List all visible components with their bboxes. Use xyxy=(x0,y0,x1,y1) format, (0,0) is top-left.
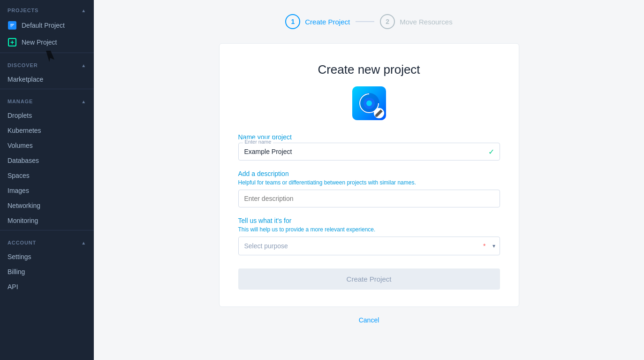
purpose-label: Tell us what it's for xyxy=(238,217,500,224)
project-logo[interactable] xyxy=(352,86,386,120)
purpose-section: Tell us what it's for This will help us … xyxy=(238,217,500,255)
name-label: Name your project xyxy=(238,133,500,141)
sidebar-section-manage[interactable]: MANAGE ▲ xyxy=(0,91,94,108)
sidebar-item-label: Spaces xyxy=(8,172,30,179)
name-input-floating-label: Enter name xyxy=(243,139,273,145)
sidebar-item-marketplace[interactable]: Marketplace xyxy=(0,72,94,87)
stepper: 1 Create Project 2 Move Resources xyxy=(285,14,452,29)
chevron-up-icon: ▲ xyxy=(81,240,86,245)
step-1-number: 1 xyxy=(291,18,295,25)
create-project-button[interactable]: Create Project xyxy=(238,268,500,290)
sidebar-section-discover-label: DISCOVER xyxy=(8,62,38,68)
sidebar-section-projects[interactable]: PROJECTS ▲ xyxy=(0,0,94,17)
svg-rect-3 xyxy=(10,26,12,27)
sidebar-item-billing[interactable]: Billing xyxy=(0,264,94,279)
step-1-circle: 1 xyxy=(285,14,300,29)
step-2-circle: 2 xyxy=(380,14,395,29)
svg-rect-1 xyxy=(10,24,14,25)
sidebar-item-label: Databases xyxy=(8,157,39,164)
description-label: Add a description xyxy=(238,170,500,177)
create-project-card: Create new project Name your project Ent… xyxy=(219,43,519,307)
sidebar-item-label: Volumes xyxy=(8,142,33,149)
sidebar-item-label: Networking xyxy=(8,202,40,209)
svg-point-6 xyxy=(366,100,372,106)
description-input-wrapper xyxy=(238,190,500,207)
chevron-up-icon: ▲ xyxy=(81,63,86,68)
description-section: Add a description Helpful for teams or d… xyxy=(238,170,500,207)
sidebar: PROJECTS ▲ Default Project + New Project… xyxy=(0,0,94,360)
sidebar-item-kubernetes[interactable]: Kubernetes xyxy=(0,123,94,138)
step-2-number: 2 xyxy=(386,18,389,25)
purpose-select-wrapper: Select purpose Class/Education Staging P… xyxy=(238,237,500,255)
sidebar-section-projects-label: PROJECTS xyxy=(8,8,38,13)
sidebar-item-networking[interactable]: Networking xyxy=(0,198,94,213)
sidebar-item-api[interactable]: API xyxy=(0,279,94,294)
chevron-up-icon: ▲ xyxy=(81,99,86,104)
sidebar-item-spaces[interactable]: Spaces xyxy=(0,168,94,183)
sidebar-section-account[interactable]: ACCOUNT ▲ xyxy=(0,232,94,249)
cancel-button[interactable]: Cancel xyxy=(359,316,379,324)
main-content: 1 Create Project 2 Move Resources Create… xyxy=(94,0,644,360)
name-input-wrapper: Enter name ✓ xyxy=(238,143,500,161)
description-sublabel: Helpful for teams or differentiating bet… xyxy=(238,179,500,186)
step-move-resources: 2 Move Resources xyxy=(380,14,453,29)
step-connector xyxy=(356,21,374,22)
sidebar-item-label: Billing xyxy=(8,268,25,276)
sidebar-section-discover[interactable]: DISCOVER ▲ xyxy=(0,55,94,72)
sidebar-item-label: Marketplace xyxy=(8,76,43,83)
sidebar-item-label: Images xyxy=(8,187,29,194)
sidebar-item-label: Kubernetes xyxy=(8,127,41,134)
svg-rect-2 xyxy=(10,25,13,26)
sidebar-item-label: New Project xyxy=(22,38,57,46)
sidebar-item-default-project[interactable]: Default Project xyxy=(0,17,94,34)
chevron-up-icon: ▲ xyxy=(81,8,86,13)
name-section: Name your project Enter name ✓ xyxy=(238,133,500,161)
sidebar-item-label: API xyxy=(8,283,18,291)
project-name-input[interactable] xyxy=(238,143,500,161)
project-icon xyxy=(8,21,17,30)
required-asterisk: * xyxy=(483,242,485,250)
sidebar-item-databases[interactable]: Databases xyxy=(0,153,94,168)
sidebar-item-monitoring[interactable]: Monitoring xyxy=(0,213,94,228)
sidebar-item-volumes[interactable]: Volumes xyxy=(0,138,94,153)
card-title: Create new project xyxy=(318,62,420,77)
step-2-label: Move Resources xyxy=(400,18,453,26)
project-description-input[interactable] xyxy=(238,190,500,207)
sidebar-section-account-label: ACCOUNT xyxy=(8,240,36,245)
sidebar-item-new-project[interactable]: + New Project xyxy=(0,34,94,51)
edit-logo-badge[interactable] xyxy=(374,108,384,118)
sidebar-item-settings[interactable]: Settings xyxy=(0,249,94,264)
sidebar-item-label: Settings xyxy=(8,253,31,260)
step-create-project: 1 Create Project xyxy=(285,14,350,29)
sidebar-item-images[interactable]: Images xyxy=(0,183,94,198)
step-1-label: Create Project xyxy=(305,18,350,26)
purpose-sublabel: This will help us to provide a more rele… xyxy=(238,226,500,233)
sidebar-section-manage-label: MANAGE xyxy=(8,99,33,104)
sidebar-item-label: Default Project xyxy=(22,22,65,29)
sidebar-item-label: Droplets xyxy=(8,112,32,119)
purpose-select[interactable]: Select purpose Class/Education Staging P… xyxy=(238,237,500,255)
sidebar-item-droplets[interactable]: Droplets xyxy=(0,108,94,123)
new-project-icon: + xyxy=(8,38,17,47)
check-icon: ✓ xyxy=(488,147,494,156)
sidebar-item-label: Monitoring xyxy=(8,217,38,224)
